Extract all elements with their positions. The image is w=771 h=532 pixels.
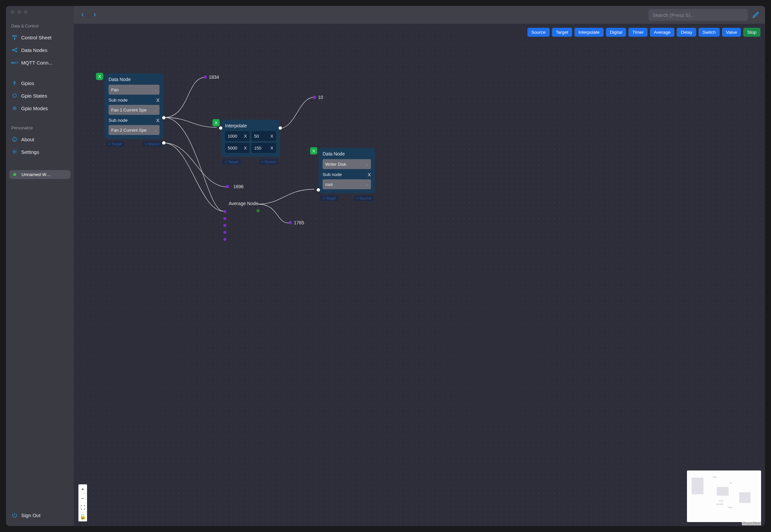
value-handle[interactable] (313, 96, 316, 99)
sidebar-control-sheet[interactable]: Control Sheet (9, 31, 70, 44)
value-node-1765[interactable]: 1765 (289, 220, 304, 225)
input-handle[interactable] (223, 217, 226, 220)
svg-point-5 (16, 51, 17, 52)
sidebar-item-label: Data Nodes (21, 47, 47, 53)
sidebar-data-nodes[interactable]: Data Nodes (9, 44, 70, 56)
sidebar-gpios[interactable]: Gpios (9, 77, 70, 89)
add-source-button[interactable]: + Source (142, 141, 162, 147)
node-interpolate[interactable]: X Interpolate 1000X 50X 5000X 150X + Tar… (221, 120, 280, 157)
sidebar-item-label: Gpio Modes (21, 106, 48, 111)
svg-point-8 (14, 151, 15, 153)
svg-point-0 (13, 35, 14, 36)
node-title: Data Node (109, 77, 159, 82)
cell-value: 150 (254, 146, 261, 151)
window-controls[interactable] (11, 10, 28, 14)
add-target-button[interactable]: + Target (222, 159, 241, 165)
node-close-button[interactable]: X (96, 73, 103, 80)
svg-point-6 (13, 94, 17, 98)
node-select-sub1[interactable]: Fan 1 Current Spe⌄ (109, 105, 159, 115)
control-sheet-icon (11, 34, 18, 41)
interp-cell[interactable]: 150X (251, 143, 276, 153)
chevron-down-icon: ⌄ (154, 88, 157, 92)
svg-point-2 (14, 38, 15, 39)
pin-icon (11, 80, 18, 86)
value-node-1834[interactable]: 1834 (204, 74, 219, 80)
sub-label: Sub node (109, 98, 128, 103)
remove-sub-button[interactable]: X (156, 117, 159, 123)
lines-icon (11, 105, 18, 111)
topbar (74, 6, 430, 24)
value-handle[interactable] (289, 221, 292, 224)
cell-remove-button[interactable]: X (244, 146, 247, 151)
gear-icon (11, 149, 18, 155)
remove-sub-button[interactable]: X (156, 97, 159, 103)
add-source-button[interactable]: + Source (259, 159, 279, 165)
node-title: Average Node (229, 201, 258, 206)
input-handle[interactable] (223, 224, 226, 227)
value-text: 1696 (233, 184, 244, 189)
sidebar-workspace[interactable]: Unnamed W… (9, 170, 70, 179)
input-handle[interactable] (317, 188, 320, 192)
canvas[interactable]: Source Target Interpolate Digital Timer … (74, 24, 430, 297)
cell-remove-button[interactable]: X (270, 146, 273, 151)
add-target-button[interactable]: + Target (320, 195, 339, 201)
node-select-main[interactable]: Writer Disk⌄ (323, 159, 371, 169)
node-data-writer[interactable]: X Data Node Writer Disk⌄ Sub nodeX root⌄… (319, 148, 375, 193)
input-handle[interactable] (219, 126, 222, 130)
add-target-button[interactable]: + Target (106, 141, 124, 147)
remove-sub-button[interactable]: X (368, 172, 371, 177)
circle-icon (11, 92, 18, 99)
cell-remove-button[interactable]: X (244, 134, 247, 139)
nav-forward-button[interactable] (90, 11, 99, 19)
node-select-sub1[interactable]: root⌄ (323, 179, 371, 189)
interp-cell[interactable]: 1000X (225, 131, 249, 141)
chevron-down-icon: ⌄ (366, 162, 368, 166)
mqtt-icon: MQTT (11, 59, 18, 66)
sub-label: Sub node (323, 172, 342, 177)
info-icon (11, 136, 18, 143)
input-handle[interactable] (223, 210, 226, 213)
output-handle[interactable] (162, 116, 165, 119)
node-data-fan[interactable]: X Data Node Fan⌄ Sub nodeX Fan 1 Current… (105, 73, 163, 139)
output-handle[interactable] (256, 209, 260, 212)
input-handle[interactable] (223, 231, 226, 234)
chevron-down-icon: ⌄ (154, 108, 157, 112)
sidebar-item-label: MQTT Conn... (21, 60, 53, 66)
value-handle[interactable] (204, 75, 207, 79)
workspace-name: Unnamed W… (22, 172, 51, 177)
node-title: Interpolate (225, 123, 276, 128)
node-average[interactable]: Average Node (223, 201, 258, 206)
svg-point-1 (16, 35, 17, 36)
node-close-button[interactable]: X (212, 119, 220, 126)
output-handle[interactable] (279, 126, 282, 130)
chevron-down-icon: ⌄ (366, 183, 368, 186)
interp-cell[interactable]: 5000X (225, 143, 249, 153)
select-value: root (325, 182, 333, 187)
value-node-10[interactable]: 10 (313, 95, 323, 100)
sidebar-item-label: Gpio States (21, 93, 47, 99)
sidebar-item-label: Control Sheet (21, 35, 52, 40)
cell-remove-button[interactable]: X (270, 134, 273, 139)
sidebar-gpio-states[interactable]: Gpio States (9, 89, 70, 102)
sidebar-item-label: Settings (21, 149, 39, 155)
sidebar-settings[interactable]: Settings (9, 146, 70, 158)
select-value: Fan (111, 87, 118, 92)
sidebar-gpio-modes[interactable]: Gpio Modes (9, 102, 70, 114)
node-close-button[interactable]: X (310, 147, 317, 155)
select-value: Fan 1 Current Spe (111, 108, 147, 112)
main: Source Target Interpolate Digital Timer … (74, 6, 430, 297)
svg-point-3 (12, 50, 13, 51)
value-handle[interactable] (226, 185, 229, 188)
sidebar-item-label: About (21, 137, 34, 142)
node-select-main[interactable]: Fan⌄ (109, 85, 159, 95)
sidebar: Data & Control Control Sheet Data Nodes … (6, 6, 74, 297)
sidebar-about[interactable]: About (9, 133, 70, 146)
section-data-control: Data & Control (9, 21, 70, 31)
sidebar-mqtt[interactable]: MQTT MQTT Conn... (9, 56, 70, 69)
input-handle[interactable] (223, 238, 226, 241)
node-select-sub2[interactable]: Fan 2 Current Spe⌄ (109, 125, 159, 135)
add-source-button[interactable]: + Source (354, 195, 374, 201)
data-nodes-icon (11, 47, 18, 53)
nav-back-button[interactable] (78, 11, 87, 19)
interp-cell[interactable]: 50X (251, 131, 276, 141)
